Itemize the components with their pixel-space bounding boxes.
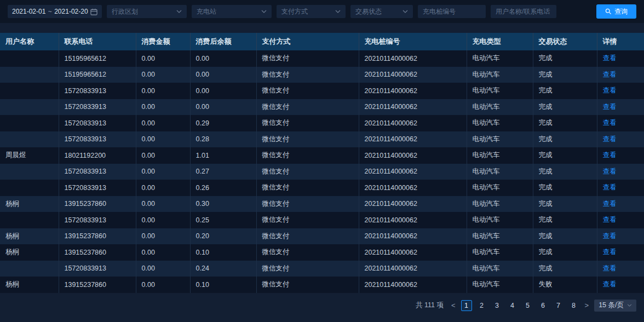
cell-name [0,131,59,148]
view-detail-link[interactable]: 查看 [603,200,617,208]
cell-pile_no: 20210114000062 [359,196,467,212]
table-row: 157208339130.000.00微信支付20210114000062电动汽… [0,83,644,99]
cell-pile_no: 20210114000062 [359,50,467,67]
cell-pile_no: 20210114000062 [359,115,467,131]
view-detail-link[interactable]: 查看 [603,280,617,288]
cell-detail: 查看 [597,196,644,212]
page-size-select[interactable]: 15 条/页 [594,300,636,312]
view-detail-link[interactable]: 查看 [603,183,617,191]
cell-charge_type: 电动汽车 [467,244,533,261]
cell-amount: 0.00 [136,50,190,67]
date-end: 2021-02-20 [54,8,88,15]
chevron-down-icon [403,10,408,13]
cell-phone: 15195965612 [59,67,136,83]
table-header-row: 用户名称 联系电话 消费金额 消费后余额 支付方式 充电桩编号 充电类型 交易状… [0,33,644,50]
view-detail-link[interactable]: 查看 [603,248,617,256]
cell-charge_type: 电动汽车 [467,99,533,116]
search-button[interactable]: 查询 [596,4,636,19]
view-detail-link[interactable]: 查看 [603,168,617,175]
page-button-8[interactable]: 8 [568,300,579,311]
page-button-2[interactable]: 2 [476,300,487,311]
cell-payment: 微信支付 [256,228,359,245]
view-detail-link[interactable]: 查看 [603,103,617,111]
page-button-4[interactable]: 4 [507,300,518,311]
col-user-name: 用户名称 [0,33,59,50]
station-select[interactable]: 充电站 [192,5,272,18]
view-detail-link[interactable]: 查看 [603,216,617,223]
cell-balance: 0.00 [190,50,256,67]
cell-amount: 0.00 [136,244,190,261]
page-button-7[interactable]: 7 [553,300,564,311]
cell-amount: 0.00 [136,67,190,83]
table-row: 杨桐139152378600.000.30微信支付20210114000062电… [0,196,644,212]
view-detail-link[interactable]: 查看 [603,264,617,272]
region-select[interactable]: 行政区划 [107,5,187,18]
cell-name [0,212,59,228]
cell-detail: 查看 [597,147,644,164]
cell-name: 周晨煜 [0,147,59,164]
cell-balance: 0.20 [190,228,256,245]
cell-payment: 微信支付 [256,147,359,164]
cell-payment: 微信支付 [256,99,359,116]
table-row: 杨桐139152378600.000.10微信支付20210114000062电… [0,277,644,293]
chevron-down-icon [176,10,182,13]
view-detail-link[interactable]: 查看 [603,151,617,159]
view-detail-link[interactable]: 查看 [603,71,617,78]
prev-page-button[interactable]: < [450,301,457,309]
view-detail-link[interactable]: 查看 [603,119,617,127]
payment-method-select[interactable]: 支付方式 [277,5,346,18]
cell-amount: 0.00 [136,147,190,164]
search-button-label: 查询 [614,7,628,16]
page-button-3[interactable]: 3 [492,300,503,311]
transactions-page: 2021-02-01 ~ 2021-02-20 行政区划 充电站 [0,0,644,312]
table-row: 157208339130.000.27微信支付20210114000062电动汽… [0,164,644,180]
cell-payment: 微信支付 [256,164,359,180]
cell-balance: 0.00 [190,99,256,116]
cell-status: 完成 [533,115,597,131]
view-detail-link[interactable]: 查看 [603,135,617,143]
cell-detail: 查看 [597,261,644,277]
page-list: 12345678 [461,300,579,311]
view-detail-link[interactable]: 查看 [603,232,617,240]
cell-balance: 0.24 [190,261,256,277]
cell-charge_type: 电动汽车 [467,228,533,245]
cell-balance: 0.10 [190,277,256,293]
cell-pile_no: 20210114000062 [359,67,467,83]
col-amount: 消费金额 [136,33,190,50]
cell-status: 完成 [533,50,597,67]
cell-payment: 微信支付 [256,277,359,293]
cell-charge_type: 电动汽车 [467,212,533,228]
cell-charge_type: 电动汽车 [467,277,533,293]
date-range-picker[interactable]: 2021-02-01 ~ 2021-02-20 [8,5,102,18]
cell-name: 杨桐 [0,228,59,245]
cell-name [0,99,59,116]
next-page-button[interactable]: > [584,301,590,309]
transaction-status-select[interactable]: 交易状态 [350,5,413,18]
cell-pile_no: 20210114000062 [359,99,467,116]
cell-amount: 0.00 [136,228,190,245]
view-detail-link[interactable]: 查看 [603,87,617,94]
cell-charge_type: 电动汽车 [467,261,533,277]
pile-number-input[interactable] [418,5,486,18]
cell-balance: 0.00 [190,83,256,99]
cell-status: 完成 [533,180,597,196]
page-button-5[interactable]: 5 [522,300,533,311]
cell-phone: 15720833913 [59,99,136,116]
cell-detail: 查看 [597,115,644,131]
cell-name [0,164,59,180]
cell-status: 完成 [533,228,597,245]
page-button-6[interactable]: 6 [538,300,549,311]
cell-status: 完成 [533,261,597,277]
cell-status: 完成 [533,147,597,164]
cell-phone: 13915237860 [59,244,136,261]
view-detail-link[interactable]: 查看 [603,54,617,62]
cell-payment: 微信支付 [256,261,359,277]
page-button-1[interactable]: 1 [461,300,472,311]
cell-balance: 0.27 [190,164,256,180]
cell-detail: 查看 [597,99,644,116]
cell-payment: 微信支付 [256,50,359,67]
cell-payment: 微信支付 [256,83,359,99]
table-row: 157208339130.000.29微信支付20210114000062电动汽… [0,115,644,131]
cell-amount: 0.00 [136,277,190,293]
user-search-input[interactable] [491,5,556,18]
